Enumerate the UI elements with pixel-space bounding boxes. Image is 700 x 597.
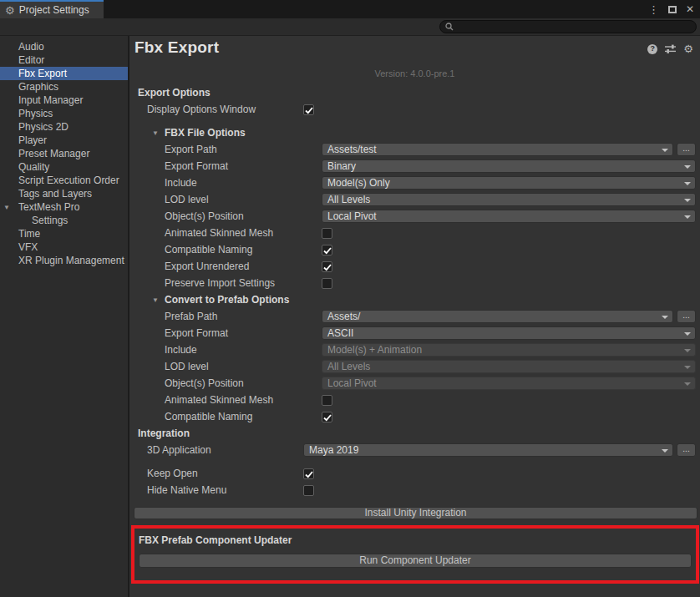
sidebar-item-input-manager[interactable]: Input Manager [0, 94, 128, 107]
3d-application-browse-button[interactable]: ... [677, 443, 696, 457]
settings-gear-icon[interactable]: ⚙ [683, 43, 693, 54]
row-preserve-import-settings: Preserve Import Settings [129, 275, 700, 291]
row-compatible-naming: Compatible Naming [129, 241, 700, 258]
prefab-export-format-dropdown[interactable]: ASCII [322, 326, 696, 340]
prefab-include-dropdown: Model(s) + Animation [322, 343, 696, 357]
toolbar [0, 18, 700, 36]
lod-level-dropdown[interactable]: All Levels [322, 193, 696, 206]
row-hide-native-menu: Hide Native Menu [129, 482, 700, 498]
sidebar: Audio Editor Fbx Export Graphics Input M… [0, 36, 129, 597]
foldout-fbx-file-options[interactable]: ▼ FBX File Options [129, 124, 700, 141]
sidebar-item-vfx[interactable]: VFX [0, 240, 128, 254]
export-format-dropdown[interactable]: Binary [322, 159, 696, 173]
page-title: Fbx Export [134, 38, 219, 57]
sidebar-item-textmesh-pro-settings[interactable]: Settings [0, 214, 128, 227]
row-prefab-include: Include Model(s) + Animation [129, 342, 700, 358]
compatible-naming-checkbox[interactable] [322, 245, 332, 255]
search-input[interactable] [457, 21, 696, 33]
export-path-dropdown[interactable]: Assets/test [322, 143, 673, 156]
search-icon [445, 23, 454, 31]
row-prefab-lod-level: LOD level All Levels [129, 358, 700, 375]
row-prefab-export-format: Export Format ASCII [129, 325, 700, 342]
row-export-path: Export Path Assets/test ... [129, 141, 700, 158]
preserve-import-settings-checkbox[interactable] [322, 278, 332, 289]
row-animated-skinned-mesh: Animated Skinned Mesh [129, 225, 700, 241]
export-path-browse-button[interactable]: ... [677, 143, 696, 156]
row-objects-position: Object(s) Position Local Pivot [129, 208, 700, 225]
titlebar: ⚙ Project Settings ⋮ ✕ [0, 0, 700, 18]
prefab-lod-level-dropdown: All Levels [322, 360, 696, 373]
row-prefab-animated-skinned-mesh: Animated Skinned Mesh [129, 392, 700, 408]
project-settings-window: ⚙ Project Settings ⋮ ✕ Audio Editor Fbx … [0, 0, 700, 597]
row-prefab-path: Prefab Path Assets/ ... [129, 308, 700, 325]
row-3d-application: 3D Application Maya 2019 ... [129, 442, 700, 458]
foldout-open-icon[interactable]: ▼ [3, 201, 10, 214]
chevron-down-icon [684, 366, 691, 369]
chevron-down-icon [684, 165, 691, 169]
chevron-down-icon [684, 199, 691, 202]
window-menu-icon[interactable]: ⋮ [648, 4, 659, 15]
row-prefab-objects-position: Object(s) Position Local Pivot [129, 375, 700, 392]
keep-open-checkbox[interactable] [303, 468, 314, 479]
version-label: Version: 4.0.0-pre.1 [129, 68, 700, 78]
chevron-down-icon [662, 449, 668, 453]
export-unrendered-checkbox[interactable] [322, 261, 332, 272]
objects-position-dropdown[interactable]: Local Pivot [322, 210, 696, 223]
section-export-options: Export Options [129, 84, 700, 101]
help-icon[interactable]: ? [647, 44, 657, 54]
sidebar-item-script-execution-order[interactable]: Script Execution Order [0, 174, 128, 187]
gear-icon: ⚙ [5, 5, 15, 16]
sidebar-item-quality[interactable]: Quality [0, 160, 128, 174]
row-lod-level: LOD level All Levels [129, 191, 700, 208]
maximize-icon[interactable] [668, 6, 677, 13]
sidebar-item-audio[interactable]: Audio [0, 40, 128, 53]
hide-native-menu-checkbox[interactable] [303, 485, 314, 496]
sidebar-item-physics[interactable]: Physics [0, 107, 128, 120]
sidebar-item-fbx-export[interactable]: Fbx Export [0, 67, 128, 80]
section-fbx-prefab-component-updater: FBX Prefab Component Updater [139, 533, 696, 548]
foldout-convert-to-prefab-options[interactable]: ▼ Convert to Prefab Options [129, 291, 700, 308]
row-keep-open: Keep Open [129, 465, 700, 482]
row-prefab-compatible-naming: Compatible Naming [129, 408, 700, 425]
sidebar-item-xr-plugin-management[interactable]: XR Plugin Management [0, 254, 128, 267]
sidebar-item-physics-2d[interactable]: Physics 2D [0, 120, 128, 134]
foldout-open-icon: ▼ [152, 125, 159, 142]
3d-application-dropdown[interactable]: Maya 2019 [303, 443, 673, 457]
sidebar-item-textmesh-pro[interactable]: ▼ TextMesh Pro [0, 200, 128, 214]
sidebar-item-time[interactable]: Time [0, 227, 128, 240]
tab-project-settings[interactable]: ⚙ Project Settings [0, 0, 104, 18]
chevron-down-icon [684, 382, 691, 386]
section-integration: Integration [129, 425, 700, 442]
sidebar-item-player[interactable]: Player [0, 134, 128, 147]
sidebar-item-tags-and-layers[interactable]: Tags and Layers [0, 187, 128, 200]
include-dropdown[interactable]: Model(s) Only [322, 176, 696, 190]
sidebar-item-editor[interactable]: Editor [0, 53, 128, 67]
row-export-unrendered: Export Unrendered [129, 258, 700, 275]
run-component-updater-button[interactable]: Run Component Updater [139, 554, 692, 568]
row-display-options-window: Display Options Window [129, 101, 700, 118]
main-panel: Fbx Export ? ⚙ Version: 4.0.0-pre.1 Expo… [129, 36, 700, 597]
prefab-path-dropdown[interactable]: Assets/ [322, 310, 673, 323]
chevron-down-icon [684, 215, 691, 219]
row-export-format: Export Format Binary [129, 158, 700, 175]
prefab-compatible-naming-checkbox[interactable] [322, 412, 332, 422]
animated-skinned-mesh-checkbox[interactable] [322, 228, 332, 239]
search-field[interactable] [439, 20, 697, 33]
chevron-down-icon [684, 332, 691, 336]
presets-icon[interactable] [665, 44, 676, 53]
chevron-down-icon [662, 316, 668, 319]
close-icon[interactable]: ✕ [686, 4, 694, 14]
display-options-window-checkbox[interactable] [303, 104, 314, 115]
tab-title: Project Settings [19, 4, 89, 16]
prefab-animated-skinned-mesh-checkbox[interactable] [322, 395, 332, 406]
sidebar-item-preset-manager[interactable]: Preset Manager [0, 147, 128, 160]
install-unity-integration-button[interactable]: Install Unity Integration [134, 507, 697, 519]
sidebar-item-graphics[interactable]: Graphics [0, 80, 128, 94]
chevron-down-icon [662, 149, 668, 152]
row-include: Include Model(s) Only [129, 175, 700, 191]
chevron-down-icon [684, 182, 691, 185]
chevron-down-icon [684, 349, 691, 352]
highlight-box: FBX Prefab Component Updater Run Compone… [131, 525, 699, 584]
prefab-objects-position-dropdown: Local Pivot [322, 377, 696, 390]
prefab-path-browse-button[interactable]: ... [677, 310, 696, 323]
